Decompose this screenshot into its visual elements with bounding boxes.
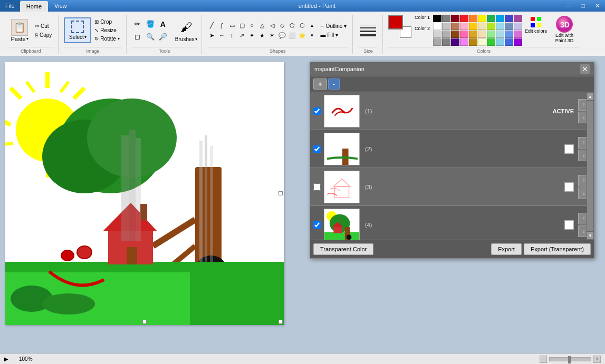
callout3-shape[interactable]: ⭐ — [297, 31, 307, 40]
swatch-blue[interactable] — [496, 15, 504, 22]
swatch-gray[interactable] — [442, 15, 450, 22]
rotate-button[interactable]: ↻ Rotate ▾ — [92, 35, 121, 43]
swatch-goldenrod[interactable] — [469, 31, 477, 38]
tab-home[interactable]: Home — [20, 1, 48, 12]
brushes-dropdown-icon[interactable]: ▾ — [195, 37, 197, 42]
zoom-slider-thumb[interactable] — [568, 356, 571, 363]
scroll-up-button[interactable]: ▲ — [587, 93, 593, 100]
layers-scrollbar[interactable]: ▲ ▼ — [587, 92, 594, 240]
canvas-area[interactable]: mspaintCompanion ✕ + - — [0, 56, 605, 353]
layer2-checkbox[interactable] — [313, 145, 321, 153]
swatch-limegreen[interactable] — [487, 38, 495, 46]
swatch-steel[interactable] — [505, 23, 513, 30]
edit-colors-button[interactable]: Edit colors — [523, 15, 549, 35]
fill-button[interactable]: ▬ Fill ▾ — [319, 32, 349, 38]
roundrect-shape[interactable]: ▢ — [237, 21, 247, 30]
scroll-thumb[interactable] — [587, 101, 593, 231]
companion-close-button[interactable]: ✕ — [580, 64, 590, 74]
arrow2-shape[interactable]: ← — [217, 31, 227, 40]
size-selector[interactable] — [358, 23, 378, 38]
swatch-lskyblue[interactable] — [496, 38, 504, 46]
layer3-checkbox[interactable] — [313, 183, 321, 191]
select-dropdown-icon[interactable]: ▾ — [84, 35, 87, 40]
rtriangle-shape[interactable]: ◁ — [267, 21, 277, 30]
export-button[interactable]: Export — [491, 243, 522, 255]
swatch-lgreen[interactable] — [487, 31, 495, 38]
hexagon-shape[interactable]: ⬡ — [297, 21, 307, 30]
swatch-gold[interactable] — [469, 23, 477, 30]
zoom-in-button[interactable]: + — [593, 356, 601, 363]
canvas-right-handle[interactable] — [279, 191, 283, 195]
swatch-cornflower[interactable] — [505, 31, 513, 38]
layer1-checkbox[interactable] — [313, 107, 321, 115]
canvas-resize-handle[interactable] — [279, 320, 283, 324]
text-tool[interactable]: A — [157, 18, 169, 30]
arrow3-shape[interactable]: ↕ — [227, 31, 237, 40]
swatch-dgray[interactable] — [433, 38, 441, 46]
swatch-hotpink[interactable] — [460, 31, 468, 38]
outline-button[interactable]: ─ Outline ▾ — [319, 23, 349, 29]
size-1px[interactable] — [360, 25, 376, 25]
callout-shape[interactable]: 💬 — [277, 31, 287, 40]
fill-tool[interactable]: 🪣 — [145, 18, 156, 30]
swatch-dviolet[interactable] — [514, 38, 522, 46]
swatch-lightgray[interactable] — [442, 23, 450, 30]
swatch-indigo[interactable] — [451, 38, 459, 46]
maximize-button[interactable]: □ — [575, 0, 590, 12]
transparent-color-button[interactable]: Transparent Color — [313, 243, 373, 255]
rect-shape[interactable]: ▭ — [227, 21, 237, 30]
canvas-container[interactable] — [5, 62, 284, 325]
swatch-white[interactable] — [433, 23, 441, 30]
swatch-black[interactable] — [433, 15, 441, 22]
swatch-mgray[interactable] — [442, 31, 450, 38]
add-layer-button[interactable]: + — [313, 78, 327, 90]
swatch-lavender[interactable] — [514, 23, 522, 30]
swatch-pink[interactable] — [460, 23, 468, 30]
swatch-lime[interactable] — [487, 23, 495, 30]
rotate-dropdown-icon[interactable]: ▾ — [118, 36, 120, 41]
close-button[interactable]: ✕ — [590, 0, 605, 12]
tab-file[interactable]: File — [0, 0, 20, 12]
scroll-down-button[interactable]: ▼ — [587, 232, 593, 239]
swatch-dgoldenrod[interactable] — [469, 38, 477, 46]
swatch-skyblue[interactable] — [496, 31, 504, 38]
export-transparent-button[interactable]: Export (Transparent) — [524, 243, 591, 255]
line-shape[interactable]: ╱ — [207, 21, 217, 30]
swatch-purple[interactable] — [514, 15, 522, 22]
star4-shape[interactable]: ✦ — [247, 31, 257, 40]
resize-button[interactable]: ⤡ Resize — [92, 26, 121, 34]
eraser-tool[interactable]: ◻ — [132, 31, 143, 43]
scroll-down-shapes[interactable]: ▼ — [308, 31, 317, 40]
swatch-gray2[interactable] — [442, 38, 450, 46]
swatch-darkred[interactable] — [451, 15, 459, 22]
swatch-orange[interactable] — [469, 15, 477, 22]
swatch-darkblue[interactable] — [505, 15, 513, 22]
crop-button[interactable]: ⊞ Crop — [92, 18, 121, 26]
color1-box[interactable] — [388, 15, 403, 29]
remove-layer-button[interactable]: - — [328, 78, 340, 90]
size-4px[interactable] — [360, 34, 376, 36]
brushes-icon[interactable]: 🖌 — [178, 19, 195, 36]
swatch-lychiffon[interactable] — [478, 38, 486, 46]
star5-shape[interactable]: ★ — [257, 31, 267, 40]
pentagon-shape[interactable]: ⬠ — [287, 21, 297, 30]
triangle-shape[interactable]: △ — [257, 21, 267, 30]
curve-shape[interactable]: ∫ — [217, 21, 227, 30]
scroll-up-shapes[interactable]: ▲ — [308, 21, 317, 30]
layer2-visibility[interactable] — [564, 144, 574, 154]
swatch-violet[interactable] — [460, 38, 468, 46]
swatch-orchid[interactable] — [514, 31, 522, 38]
swatch-brown[interactable] — [451, 23, 459, 30]
tab-view[interactable]: View — [48, 0, 73, 12]
swatch-lgray2[interactable] — [433, 31, 441, 38]
swatch-cream[interactable] — [478, 23, 486, 30]
pencil-tool[interactable]: ✏ — [132, 18, 143, 30]
paint3d-button[interactable]: 3D Edit with Paint 3D — [550, 15, 579, 44]
layer4-visibility[interactable] — [564, 220, 574, 230]
drawing-canvas[interactable] — [5, 62, 284, 325]
arrow4-shape[interactable]: ↗ — [237, 31, 247, 40]
select-button[interactable]: Select ▾ — [64, 17, 91, 43]
size-2px[interactable] — [360, 27, 376, 28]
canvas-bottom-handle[interactable] — [142, 320, 147, 324]
callout2-shape[interactable]: ⬜ — [287, 31, 297, 40]
